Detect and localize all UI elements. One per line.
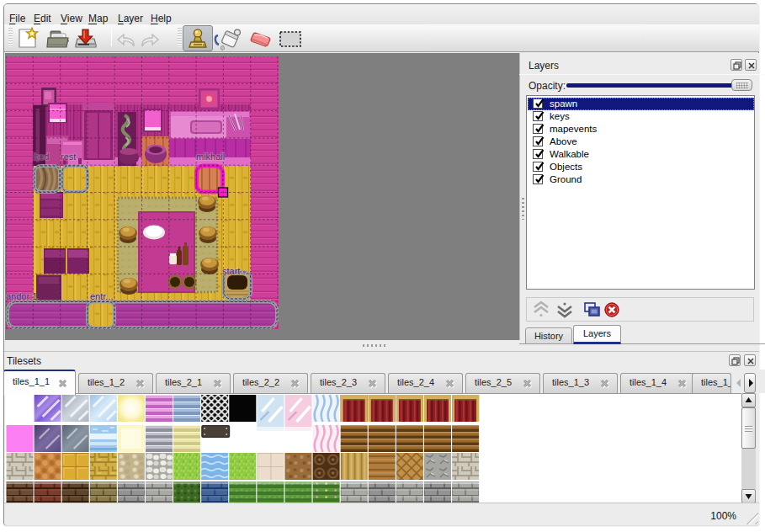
svg-text:andor:1: andor:1 xyxy=(6,291,37,301)
svg-text:mikhail: mikhail xyxy=(196,152,225,162)
svg-text:rest: rest xyxy=(61,152,76,162)
svg-text:bed: bed xyxy=(34,152,49,162)
svg-text:start...: start... xyxy=(222,266,248,276)
svg-text:entr...: entr... xyxy=(90,291,114,301)
